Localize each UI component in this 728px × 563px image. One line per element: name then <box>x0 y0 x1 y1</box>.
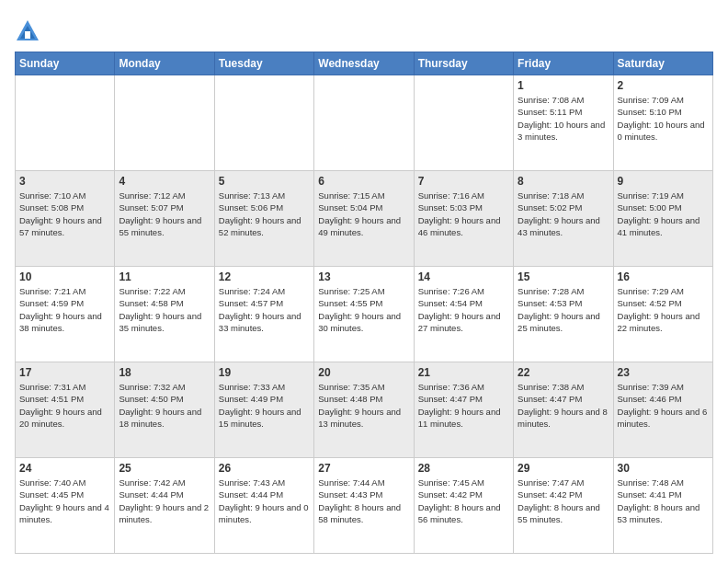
calendar-cell: 11Sunrise: 7:22 AM Sunset: 4:58 PM Dayli… <box>115 267 214 362</box>
svg-rect-2 <box>25 31 30 39</box>
day-info: Sunrise: 7:48 AM Sunset: 4:41 PM Dayligh… <box>618 477 709 525</box>
day-info: Sunrise: 7:32 AM Sunset: 4:50 PM Dayligh… <box>119 381 210 430</box>
calendar-cell: 10Sunrise: 7:21 AM Sunset: 4:59 PM Dayli… <box>16 267 115 362</box>
calendar-cell: 17Sunrise: 7:31 AM Sunset: 4:51 PM Dayli… <box>16 362 115 458</box>
calendar-cell: 20Sunrise: 7:35 AM Sunset: 4:48 PM Dayli… <box>314 362 414 458</box>
calendar-cell: 22Sunrise: 7:38 AM Sunset: 4:47 PM Dayli… <box>514 362 613 458</box>
day-number: 28 <box>418 462 509 475</box>
calendar-header-row: SundayMondayTuesdayWednesdayThursdayFrid… <box>16 52 713 75</box>
calendar-cell: 21Sunrise: 7:36 AM Sunset: 4:47 PM Dayli… <box>414 362 513 458</box>
day-number: 25 <box>119 462 210 475</box>
calendar-cell: 13Sunrise: 7:25 AM Sunset: 4:55 PM Dayli… <box>314 267 414 362</box>
day-number: 5 <box>219 175 310 188</box>
day-info: Sunrise: 7:22 AM Sunset: 4:58 PM Dayligh… <box>119 285 210 334</box>
calendar-cell: 5Sunrise: 7:13 AM Sunset: 5:06 PM Daylig… <box>214 171 313 267</box>
day-info: Sunrise: 7:38 AM Sunset: 4:47 PM Dayligh… <box>518 381 609 430</box>
day-info: Sunrise: 7:18 AM Sunset: 5:02 PM Dayligh… <box>518 190 609 238</box>
calendar-day-header: Saturday <box>613 52 712 75</box>
calendar-cell: 29Sunrise: 7:47 AM Sunset: 4:42 PM Dayli… <box>514 458 613 554</box>
day-info: Sunrise: 7:19 AM Sunset: 5:00 PM Dayligh… <box>618 190 709 238</box>
day-info: Sunrise: 7:45 AM Sunset: 4:42 PM Dayligh… <box>418 477 509 525</box>
calendar-day-header: Tuesday <box>214 52 313 75</box>
calendar-day-header: Friday <box>514 52 613 75</box>
calendar-cell: 25Sunrise: 7:42 AM Sunset: 4:44 PM Dayli… <box>115 458 214 554</box>
day-number: 12 <box>219 270 310 283</box>
calendar-cell: 27Sunrise: 7:44 AM Sunset: 4:43 PM Dayli… <box>314 458 414 554</box>
calendar-table: SundayMondayTuesdayWednesdayThursdayFrid… <box>15 52 713 554</box>
day-info: Sunrise: 7:15 AM Sunset: 5:04 PM Dayligh… <box>318 190 409 238</box>
day-number: 24 <box>19 462 110 475</box>
day-number: 4 <box>119 175 210 188</box>
day-info: Sunrise: 7:42 AM Sunset: 4:44 PM Dayligh… <box>119 477 210 525</box>
calendar-cell <box>115 75 214 171</box>
calendar-cell: 2Sunrise: 7:09 AM Sunset: 5:10 PM Daylig… <box>613 75 712 171</box>
day-number: 23 <box>618 366 709 379</box>
calendar-cell: 19Sunrise: 7:33 AM Sunset: 4:49 PM Dayli… <box>214 362 313 458</box>
day-number: 8 <box>518 175 609 188</box>
day-number: 10 <box>19 270 110 283</box>
logo-icon <box>15 18 40 44</box>
day-info: Sunrise: 7:24 AM Sunset: 4:57 PM Dayligh… <box>219 285 310 334</box>
day-number: 14 <box>418 270 509 283</box>
day-number: 1 <box>518 79 609 92</box>
day-info: Sunrise: 7:12 AM Sunset: 5:07 PM Dayligh… <box>119 190 210 238</box>
day-number: 16 <box>618 270 709 283</box>
day-info: Sunrise: 7:29 AM Sunset: 4:52 PM Dayligh… <box>618 285 709 334</box>
day-info: Sunrise: 7:10 AM Sunset: 5:08 PM Dayligh… <box>19 190 110 238</box>
day-info: Sunrise: 7:26 AM Sunset: 4:54 PM Dayligh… <box>418 285 509 334</box>
day-number: 6 <box>318 175 409 188</box>
day-info: Sunrise: 7:39 AM Sunset: 4:46 PM Dayligh… <box>618 381 709 430</box>
day-number: 9 <box>618 175 709 188</box>
calendar-cell: 3Sunrise: 7:10 AM Sunset: 5:08 PM Daylig… <box>16 171 115 267</box>
day-number: 7 <box>418 175 509 188</box>
day-info: Sunrise: 7:33 AM Sunset: 4:49 PM Dayligh… <box>219 381 310 430</box>
calendar-cell: 14Sunrise: 7:26 AM Sunset: 4:54 PM Dayli… <box>414 267 513 362</box>
calendar-cell: 4Sunrise: 7:12 AM Sunset: 5:07 PM Daylig… <box>115 171 214 267</box>
day-number: 22 <box>518 366 609 379</box>
calendar-day-header: Sunday <box>16 52 115 75</box>
day-info: Sunrise: 7:13 AM Sunset: 5:06 PM Dayligh… <box>219 190 310 238</box>
calendar-cell: 23Sunrise: 7:39 AM Sunset: 4:46 PM Dayli… <box>613 362 712 458</box>
header <box>15 15 713 44</box>
day-info: Sunrise: 7:21 AM Sunset: 4:59 PM Dayligh… <box>19 285 110 334</box>
day-info: Sunrise: 7:47 AM Sunset: 4:42 PM Dayligh… <box>518 477 609 525</box>
day-info: Sunrise: 7:08 AM Sunset: 5:11 PM Dayligh… <box>518 94 609 143</box>
day-number: 18 <box>119 366 210 379</box>
calendar-cell <box>16 75 115 171</box>
day-number: 3 <box>19 175 110 188</box>
day-number: 11 <box>119 270 210 283</box>
day-number: 13 <box>318 270 409 283</box>
calendar-cell: 26Sunrise: 7:43 AM Sunset: 4:44 PM Dayli… <box>214 458 313 554</box>
day-info: Sunrise: 7:31 AM Sunset: 4:51 PM Dayligh… <box>19 381 110 430</box>
logo <box>15 18 44 44</box>
calendar-cell: 28Sunrise: 7:45 AM Sunset: 4:42 PM Dayli… <box>414 458 513 554</box>
calendar-cell <box>314 75 414 171</box>
day-number: 20 <box>318 366 409 379</box>
calendar-cell: 30Sunrise: 7:48 AM Sunset: 4:41 PM Dayli… <box>613 458 712 554</box>
day-info: Sunrise: 7:43 AM Sunset: 4:44 PM Dayligh… <box>219 477 310 525</box>
calendar-week-row: 3Sunrise: 7:10 AM Sunset: 5:08 PM Daylig… <box>16 171 713 267</box>
calendar-week-row: 17Sunrise: 7:31 AM Sunset: 4:51 PM Dayli… <box>16 362 713 458</box>
calendar-day-header: Wednesday <box>314 52 414 75</box>
day-info: Sunrise: 7:44 AM Sunset: 4:43 PM Dayligh… <box>318 477 409 525</box>
day-number: 17 <box>19 366 110 379</box>
calendar-cell: 8Sunrise: 7:18 AM Sunset: 5:02 PM Daylig… <box>514 171 613 267</box>
day-info: Sunrise: 7:25 AM Sunset: 4:55 PM Dayligh… <box>318 285 409 334</box>
calendar-week-row: 24Sunrise: 7:40 AM Sunset: 4:45 PM Dayli… <box>16 458 713 554</box>
calendar-cell: 1Sunrise: 7:08 AM Sunset: 5:11 PM Daylig… <box>514 75 613 171</box>
calendar-day-header: Monday <box>115 52 214 75</box>
calendar-day-header: Thursday <box>414 52 513 75</box>
day-number: 27 <box>318 462 409 475</box>
day-info: Sunrise: 7:40 AM Sunset: 4:45 PM Dayligh… <box>19 477 110 525</box>
calendar-cell: 12Sunrise: 7:24 AM Sunset: 4:57 PM Dayli… <box>214 267 313 362</box>
calendar-cell <box>214 75 313 171</box>
calendar-week-row: 10Sunrise: 7:21 AM Sunset: 4:59 PM Dayli… <box>16 267 713 362</box>
day-number: 30 <box>618 462 709 475</box>
day-info: Sunrise: 7:36 AM Sunset: 4:47 PM Dayligh… <box>418 381 509 430</box>
day-info: Sunrise: 7:35 AM Sunset: 4:48 PM Dayligh… <box>318 381 409 430</box>
day-number: 26 <box>219 462 310 475</box>
day-number: 29 <box>518 462 609 475</box>
day-info: Sunrise: 7:16 AM Sunset: 5:03 PM Dayligh… <box>418 190 509 238</box>
page: SundayMondayTuesdayWednesdayThursdayFrid… <box>0 0 728 563</box>
day-info: Sunrise: 7:28 AM Sunset: 4:53 PM Dayligh… <box>518 285 609 334</box>
